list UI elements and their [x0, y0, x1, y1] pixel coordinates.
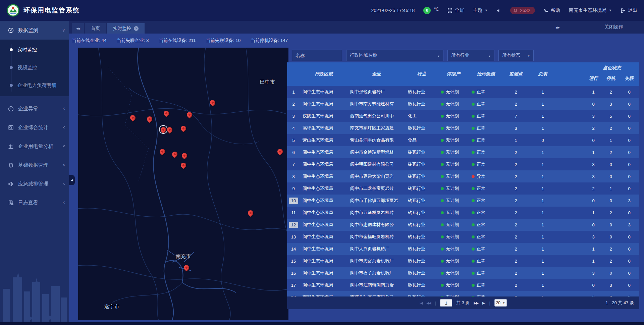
fullscreen-button[interactable]: 全屏 — [447, 7, 464, 13]
cell-region: 阆中生态环境局 — [300, 101, 347, 107]
page-size-select[interactable]: 20 ▼ — [494, 299, 507, 307]
status-dot — [441, 103, 444, 106]
table-row[interactable]: 11 阆中生态环境局 阆中市五马桥页岩机砖 砖瓦行业 无计划 正常 2 1 1 … — [287, 207, 639, 219]
cell-company: 阆中大兴页岩机砖厂 — [347, 246, 405, 252]
name-filter-input[interactable] — [292, 50, 342, 61]
prev-page-button[interactable]: ◀◀ — [426, 301, 431, 305]
sidebar-collapse-button[interactable]: ◀ — [69, 175, 75, 185]
cell-total-meters: 1 — [529, 247, 556, 252]
status-filter-select[interactable]: 所有状态 ∨ — [498, 50, 534, 61]
sidebar-item-base-data[interactable]: 基础数据管理 < — [0, 156, 69, 174]
row-index: 4 — [290, 125, 297, 131]
sidebar-item-realtime-monitor[interactable]: 实时监控 — [0, 41, 69, 59]
cell-stopped: 2 — [602, 150, 619, 155]
sidebar-item-enterprise-statistics[interactable]: 企业综合统计 < — [0, 118, 69, 137]
cell-facility-status: 正常 — [469, 258, 502, 264]
table-row[interactable]: 10 阆中生态环境局 阆中市千佛镇五郎垭页岩 砖瓦行业 无计划 正常 2 1 0… — [287, 195, 639, 207]
cell-region: 阆中生态环境局 — [300, 173, 347, 179]
map-city-label: 遂宁市 — [104, 304, 119, 310]
cell-stopped: 0 — [602, 271, 619, 276]
phone-icon — [544, 8, 548, 13]
status-dot — [472, 235, 475, 238]
cell-industry: 砖瓦行业 — [405, 234, 438, 240]
table-row[interactable]: 3 仪陇生态环境局 西南油气田分公司川中 化工 无计划 正常 7 1 3 5 0 — [287, 110, 639, 122]
cell-region: 阆中生态环境局 — [300, 198, 347, 204]
log-document-icon — [8, 200, 14, 206]
table-row[interactable]: 16 阆中生态环境局 阆中市石子页岩机砖厂 砖瓦行业 无计划 正常 2 1 3 … — [287, 267, 639, 279]
status-dot — [441, 284, 444, 287]
tab-scroll-left-button[interactable]: ◀◀ — [72, 23, 84, 34]
map[interactable]: 巴中市 南充市 遂宁市 — [78, 48, 288, 320]
table-row[interactable]: 8 阆中生态环境局 阆中市枣碧大梁山页岩 砖瓦行业 无计划 异常 2 1 3 0… — [287, 170, 639, 182]
notification-count: 2632 — [520, 8, 530, 13]
org-dropdown[interactable]: 南充市生态环境局 ▼ — [569, 7, 612, 13]
cell-industry: 砖瓦行业 — [405, 185, 438, 192]
status-dot — [472, 115, 475, 118]
cell-facility-status: 正常 — [469, 294, 502, 296]
page-bottom-edge — [0, 322, 644, 325]
cell-stopped: 1 — [602, 138, 619, 143]
sidebar-item-video-monitor[interactable]: 视频监控 — [0, 59, 69, 76]
map-city-label: 南充市 — [176, 253, 191, 259]
sidebar-item-enterprise-abnormal[interactable]: 企业异常 < — [0, 99, 69, 118]
sidebar-item-data-monitor[interactable]: 数据监测 ∨ — [0, 21, 69, 40]
tab-home[interactable]: 首页 — [85, 23, 106, 34]
table-row[interactable]: 6 阆中生态环境局 阆中市金博瑞新型墙材 砖瓦行业 无计划 正常 2 1 1 2… — [287, 146, 639, 158]
close-icon[interactable]: ✕ — [134, 26, 139, 31]
cell-industry: 砖瓦行业 — [405, 294, 438, 296]
cell-total-meters: 1 — [529, 234, 556, 239]
industry-filter-select[interactable]: 所有行业 ∨ — [447, 50, 494, 61]
cell-region: 南部生态环境局 — [300, 294, 347, 296]
table-row[interactable]: 13 阆中生态环境局 阆中市金福旺页岩机砖 砖瓦行业 无计划 正常 2 1 3 … — [287, 231, 639, 243]
page-number-input[interactable] — [440, 299, 452, 307]
table-row[interactable]: 17 阆中生态环境局 阆中市江南镇阆南页岩 砖瓦行业 无计划 正常 2 1 0 … — [287, 279, 639, 291]
table-row[interactable]: 15 阆中生态环境局 阆中市光富页岩机砖厂 砖瓦行业 无计划 正常 2 1 1 … — [287, 255, 639, 267]
status-dot — [441, 235, 444, 238]
status-dot — [472, 139, 475, 142]
cell-offline: 0 — [619, 234, 639, 239]
sidebar-item-emergency-reduction[interactable]: 应急减排管理 < — [0, 174, 69, 193]
speaker-mute-icon[interactable] — [496, 8, 501, 13]
cell-stopped: 1 — [602, 186, 619, 191]
col-stop-production: 停限产 — [447, 71, 461, 77]
table-row[interactable]: 18 南部生态环境局 南部县砖瓦厂有限公司 砖瓦行业 无计划 正常 2 1 0 … — [287, 291, 639, 296]
close-operations-button[interactable]: 关闭操作 — [604, 21, 623, 34]
sidebar-item-power-load-detail[interactable]: 企业电力负荷明细 — [0, 76, 69, 94]
tab-realtime-monitor[interactable]: 实时监控 ✕ — [107, 23, 145, 34]
cell-offline: 0 — [619, 138, 639, 143]
table-row[interactable]: 4 高坪生态环境局 南充市高坪区王家店建 砖瓦行业 无计划 正常 3 1 2 2… — [287, 122, 639, 134]
table-row[interactable]: 14 阆中生态环境局 阆中大兴页岩机砖厂 砖瓦行业 无计划 正常 2 1 1 2… — [287, 243, 639, 255]
table-row[interactable]: 1 阆中生态环境局 阆中强锐页岩砖厂 砖瓦行业 无计划 正常 2 1 1 2 0 — [287, 86, 639, 98]
cell-facility-status: 正常 — [469, 149, 502, 155]
sidebar-item-power-analysis[interactable]: 企业用电量分析 < — [0, 137, 69, 156]
status-dot — [472, 199, 475, 202]
first-page-button[interactable]: |◀ — [420, 301, 422, 305]
table-row[interactable]: 12 阆中生态环境局 阆中市忠信建材有限公 砖瓦行业 无计划 正常 2 1 0 … — [287, 219, 639, 231]
cell-company: 阆中市南方节能建材有 — [347, 101, 405, 107]
cell-industry: 砖瓦行业 — [405, 246, 438, 252]
top-header: 环保用电监管系统 2021-02-25 17:46:18 0 ℃ 全屏 主题 ▼ — [0, 0, 644, 21]
cell-facility-status: 正常 — [469, 210, 502, 216]
table-body: 1 阆中生态环境局 阆中强锐页岩砖厂 砖瓦行业 无计划 正常 2 1 1 2 0… — [287, 86, 639, 296]
table-row[interactable]: 7 阆中生态环境局 阆中明阳建材有限公司 砖瓦行业 无计划 正常 2 1 3 0… — [287, 158, 639, 170]
row-index: 18 — [289, 294, 298, 297]
table-row[interactable]: 2 阆中生态环境局 阆中市南方节能建材有 砖瓦行业 无计划 正常 2 1 0 3… — [287, 98, 639, 110]
help-button[interactable]: 帮助 — [544, 7, 560, 13]
last-page-button[interactable]: ▶| — [482, 301, 485, 305]
sidebar: 数据监测 ∨ 实时监控 视频监控 企业电力负荷明细 企业异常 < — [0, 21, 69, 325]
region-filter-select[interactable]: 行政区域名称 ∨ — [346, 50, 443, 61]
logout-button[interactable]: 退出 — [621, 7, 637, 13]
stat-item: 当前失联设备: 10 — [206, 38, 241, 44]
tab-scroll-right-button[interactable]: ▶▶ — [551, 22, 564, 33]
cell-offline: 0 — [619, 126, 639, 131]
cell-running: 2 — [584, 126, 602, 131]
theme-dropdown[interactable]: 主题 ▼ — [473, 7, 488, 13]
notification-badge[interactable]: 2632 — [510, 7, 535, 14]
cell-total-meters: 1 — [529, 222, 556, 227]
header-datetime: 2021-02-25 17:46:18 — [371, 8, 415, 13]
chevron-collapsed-icon: < — [63, 200, 65, 205]
table-row[interactable]: 9 阆中生态环境局 阆中市二龙长宝页岩砖 砖瓦行业 无计划 正常 2 1 2 1… — [287, 182, 639, 195]
next-page-button[interactable]: ▶▶ — [474, 301, 478, 305]
table-row[interactable]: 5 营山生态环境局 营山县润丰肉食品有限 食品 无计划 正常 1 0 0 1 0 — [287, 134, 639, 146]
sidebar-item-log-view[interactable]: 日志查看 < — [0, 193, 69, 212]
